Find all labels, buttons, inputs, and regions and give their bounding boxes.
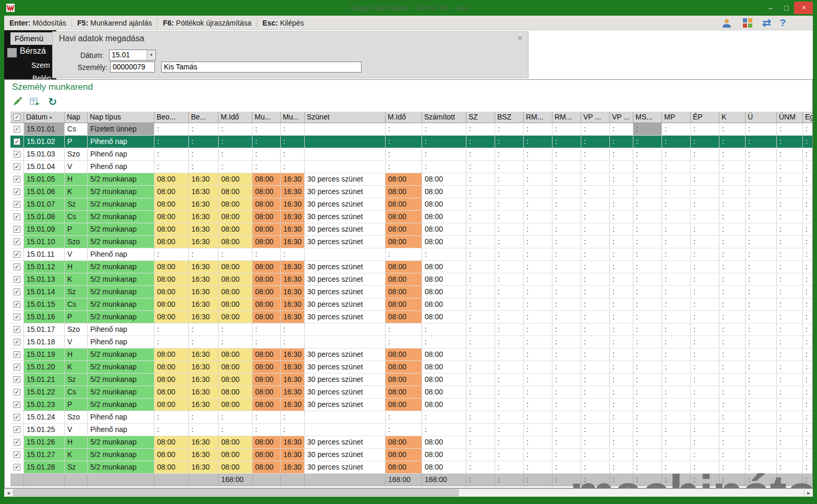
table-row[interactable]: ✓15.01.27K5/2 munkanap08:0016:3008:0008:… (10, 449, 812, 461)
tab-fomenu[interactable]: Főmenü (10, 32, 55, 45)
table-row[interactable]: ✓15.01.21Sz5/2 munkanap08:0016:3008:0008… (10, 374, 812, 386)
sync-icon[interactable]: ⇄ (762, 17, 772, 29)
szemely-name-field[interactable]: Kis Tamás (161, 62, 362, 73)
row-checkbox[interactable]: ✓ (14, 451, 20, 458)
column-header-day[interactable]: Nap (65, 112, 88, 123)
row-checkbox[interactable]: ✓ (14, 351, 20, 358)
column-header-beo[interactable]: Beo... (154, 112, 189, 123)
table-row[interactable]: ✓15.01.26H5/2 munkanap08:0016:3008:0008:… (10, 436, 812, 449)
row-checkbox[interactable]: ✓ (14, 126, 20, 133)
scroll-right-icon[interactable]: ► (804, 489, 813, 497)
column-header-mp[interactable]: MP (662, 112, 691, 123)
table-row[interactable]: ✓15.01.09P5/2 munkanap08:0016:3008:0008:… (10, 223, 812, 236)
column-header-rm2[interactable]: RM... (552, 112, 581, 123)
row-checkbox[interactable]: ✓ (14, 414, 20, 421)
table-row[interactable]: ✓15.01.14Sz5/2 munkanap08:0016:3008:0008… (10, 286, 812, 298)
export-icon[interactable] (29, 95, 41, 108)
minimize-button[interactable]: – (763, 2, 778, 14)
table-row[interactable]: ✓15.01.25VPihenő nap:::::::::::::::::::: (10, 424, 812, 436)
column-header-mu1[interactable]: Mu... (253, 112, 281, 123)
row-checkbox[interactable]: ✓ (14, 226, 20, 233)
row-checkbox[interactable]: ✓ (14, 376, 20, 383)
column-header-type[interactable]: Nap típus (88, 112, 154, 123)
table-row[interactable]: ✓15.01.12H5/2 munkanap08:0016:3008:0008:… (10, 261, 812, 273)
column-header-bsz[interactable]: BSZ (495, 112, 524, 123)
refresh-icon[interactable]: ↻ (46, 95, 59, 108)
edit-pencil-icon[interactable] (11, 95, 23, 108)
table-row[interactable]: ✓15.01.06K5/2 munkanap08:0016:3008:0008:… (10, 186, 812, 198)
menu-item-potlekok[interactable]: F6: Pótlékok újraszámítása (158, 16, 257, 30)
row-checkbox[interactable]: ✓ (14, 176, 20, 183)
column-header-ep[interactable]: ÉP (691, 112, 719, 123)
sidebar-item-szemely[interactable]: Szem (31, 61, 50, 69)
menu-item-kilepes[interactable]: Esc: Kilépés (257, 16, 309, 30)
row-checkbox[interactable]: ✓ (14, 201, 20, 208)
table-row[interactable]: ✓15.01.18VPihenő nap:::::::::::::::::::: (10, 336, 812, 349)
column-header-szamitott[interactable]: Számított (422, 112, 466, 123)
close-button[interactable]: × (794, 2, 814, 14)
table-row[interactable]: ✓15.01.11VPihenő nap:::::::::::::::::::: (10, 248, 812, 261)
row-checkbox[interactable]: ✓ (14, 464, 20, 471)
row-checkbox[interactable]: ✓ (14, 188, 20, 195)
table-row[interactable]: ✓15.01.05H5/2 munkanap08:0016:3008:0008:… (10, 173, 812, 186)
row-checkbox[interactable]: ✓ (14, 276, 20, 283)
row-checkbox[interactable]: ✓ (14, 326, 20, 333)
table-row[interactable]: ✓15.01.24SzoPihenő nap::::::::::::::::::… (10, 411, 812, 424)
select-all-checkbox[interactable]: ✓ (14, 114, 20, 121)
row-checkbox[interactable]: ✓ (14, 213, 20, 220)
table-row[interactable]: ✓15.01.02PPihenő nap:::::::::::::::::::: (10, 136, 812, 148)
table-row[interactable]: ✓15.01.20K5/2 munkanap08:0016:3008:0008:… (10, 361, 812, 374)
row-checkbox[interactable]: ✓ (14, 364, 20, 370)
column-header-ms[interactable]: MS... (633, 112, 662, 123)
table-row[interactable]: ✓15.01.07Sz5/2 munkanap08:0016:3008:0008… (10, 198, 812, 211)
scrollbar-thumb[interactable] (14, 489, 459, 496)
row-checkbox[interactable]: ✓ (14, 238, 20, 245)
column-header-unm[interactable]: ÜNM (777, 112, 803, 123)
table-row[interactable]: ✓15.01.17SzoPihenő nap::::::::::::::::::… (10, 323, 812, 336)
table-row[interactable]: ✓15.01.15Cs5/2 munkanap08:0016:3008:0008… (10, 298, 812, 311)
column-header-vp1[interactable]: VP ... (581, 112, 610, 123)
chevron-down-icon[interactable]: ▼ (147, 50, 155, 60)
column-header-rm1[interactable]: RM... (524, 112, 552, 123)
row-checkbox[interactable]: ✓ (14, 163, 20, 170)
table-row[interactable]: ✓15.01.03SzoPihenő nap::::::::::::::::::… (10, 148, 812, 161)
menu-item-munkarend-ajanlas[interactable]: F5: Munkarend ajánlás (72, 16, 157, 30)
titlebar[interactable]: Nagy Machinátor - Demó kft. - wa – □ × (0, 0, 817, 16)
table-row[interactable]: ✓15.01.28Sz5/2 munkanap08:0016:3008:0008… (10, 461, 812, 474)
row-checkbox[interactable]: ✓ (14, 439, 20, 446)
horizontal-scrollbar[interactable]: ◄ ► (4, 488, 813, 497)
table-row[interactable]: ✓15.01.04VPihenő nap:::::::::::::::::::: (10, 161, 812, 173)
maximize-button[interactable]: □ (778, 2, 794, 14)
row-checkbox[interactable]: ✓ (14, 301, 20, 308)
scroll-left-icon[interactable]: ◄ (4, 489, 13, 497)
menu-item-modositas[interactable]: Enter: Módosítás (4, 16, 71, 30)
row-checkbox[interactable]: ✓ (14, 314, 20, 320)
table-row[interactable]: ✓15.01.13K5/2 munkanap08:0016:3008:0008:… (10, 273, 812, 286)
row-checkbox[interactable]: ✓ (14, 401, 20, 408)
column-header-date[interactable]: Dátum▲ (24, 112, 65, 123)
table-row[interactable]: ✓15.01.01CsFizetett ünnep:::::::::::::::… (10, 123, 812, 136)
column-header-be[interactable]: Be... (189, 112, 219, 123)
column-header-mido[interactable]: M.Idő (219, 112, 253, 123)
user-icon[interactable] (720, 17, 733, 29)
sidebar-item-belepes[interactable]: Belép (32, 74, 51, 79)
column-header-mu2[interactable]: Mu... (281, 112, 305, 123)
sidebar-item-berszamfejtes[interactable]: Bérszá (20, 46, 46, 56)
column-header-sz[interactable]: SZ (466, 112, 495, 123)
apps-grid-icon[interactable] (741, 17, 754, 29)
row-checkbox[interactable]: ✓ (14, 426, 20, 433)
datum-select[interactable]: 15.01 ▼ (109, 50, 156, 61)
column-header-vp2[interactable]: VP ... (610, 112, 633, 123)
table-row[interactable]: ✓15.01.22Cs5/2 munkanap08:0016:3008:0008… (10, 386, 812, 399)
table-row[interactable]: ✓15.01.16P5/2 munkanap08:0016:3008:0008:… (10, 311, 812, 323)
row-checkbox[interactable]: ✓ (14, 289, 20, 295)
table-row[interactable]: ✓15.01.10Szo5/2 munkanap08:0016:3008:000… (10, 236, 812, 248)
row-checkbox[interactable]: ✓ (14, 151, 20, 158)
row-checkbox[interactable]: ✓ (14, 263, 20, 270)
row-checkbox[interactable]: ✓ (14, 251, 20, 258)
column-header-k[interactable]: K (719, 112, 746, 123)
column-header-u[interactable]: Ü (746, 112, 777, 123)
column-header-mido2[interactable]: M.Idő (386, 112, 422, 123)
table-row[interactable]: ✓15.01.23P5/2 munkanap08:0016:3008:0008:… (10, 399, 812, 411)
column-header-eg[interactable]: Eg... (803, 112, 812, 123)
